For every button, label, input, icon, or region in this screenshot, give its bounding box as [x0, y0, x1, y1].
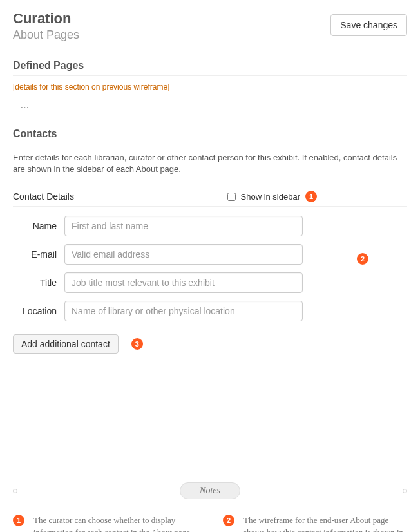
- ellipsis-icon: ...: [21, 100, 407, 110]
- email-label: E-mail: [13, 249, 64, 260]
- name-input[interactable]: [64, 216, 303, 236]
- email-input[interactable]: [64, 244, 303, 265]
- divider-circle-icon: [403, 489, 407, 493]
- note-badge-1: 1: [13, 515, 24, 526]
- show-in-sidebar-checkbox[interactable]: [227, 193, 236, 201]
- note-text-2: The wireframe for the end-user About pag…: [243, 515, 407, 532]
- save-changes-button[interactable]: Save changes: [330, 14, 407, 36]
- show-in-sidebar-label: Show in sidebar: [241, 192, 301, 202]
- title-input[interactable]: [64, 272, 303, 293]
- note-item: 1 The curator can choose whether to disp…: [13, 515, 197, 532]
- contacts-heading: Contacts: [13, 128, 407, 144]
- contact-details-label: Contact Details: [13, 191, 74, 202]
- note-badge-2: 2: [223, 515, 234, 526]
- notes-label: Notes: [180, 482, 240, 499]
- defined-pages-heading: Defined Pages: [13, 60, 407, 76]
- annotation-badge-2: 2: [357, 253, 368, 265]
- note-item: 2 The wireframe for the end-user About p…: [223, 515, 407, 532]
- divider-circle-icon: [13, 489, 17, 493]
- location-label: Location: [13, 306, 64, 316]
- add-additional-contact-button[interactable]: Add additional contact: [13, 334, 119, 354]
- annotation-badge-3: 3: [131, 338, 143, 350]
- location-input[interactable]: [64, 301, 303, 321]
- note-text-1: The curator can choose whether to displa…: [33, 515, 197, 532]
- page-subtitle: About Pages: [13, 28, 79, 42]
- annotation-badge-1: 1: [305, 191, 317, 202]
- defined-pages-placeholder: [details for this section on previous wi…: [13, 82, 407, 91]
- divider-line: [240, 491, 403, 491]
- title-label: Title: [13, 278, 64, 288]
- contacts-intro: Enter details for each librarian, curato…: [13, 152, 407, 175]
- divider-line: [17, 491, 180, 491]
- page-title: Curation: [13, 10, 79, 27]
- name-label: Name: [13, 221, 64, 231]
